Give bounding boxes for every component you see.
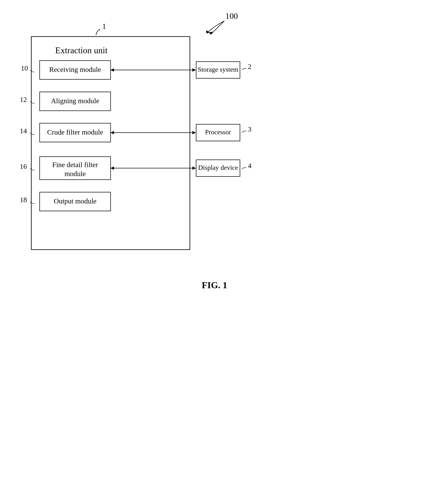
label-2: 2	[248, 63, 251, 70]
figure-caption: FIG. 1	[202, 280, 227, 290]
storage-system-label: Storage system	[198, 66, 238, 73]
label-18: 18	[20, 196, 27, 204]
label-10: 10	[21, 64, 28, 72]
system-label-100: 100	[225, 11, 238, 21]
receiving-module-label: Receiving module	[49, 66, 101, 73]
extraction-unit-title: Extraction unit	[55, 45, 108, 55]
crude-filter-label: Crude filter module	[47, 128, 103, 136]
aligning-module-label: Aligning module	[51, 97, 99, 105]
fine-filter-label-1: Fine detail filter	[52, 161, 98, 169]
label-3: 3	[248, 125, 251, 133]
display-device-label: Display device	[198, 164, 238, 171]
output-module-label: Output module	[54, 197, 96, 205]
processor-label: Processor	[205, 128, 231, 136]
fine-filter-label-2: module	[64, 170, 86, 178]
label-14: 14	[20, 127, 27, 135]
label-12: 12	[20, 96, 27, 103]
label-16: 16	[20, 162, 27, 170]
label-4: 4	[248, 162, 251, 170]
extraction-unit-label: 1	[102, 22, 106, 30]
